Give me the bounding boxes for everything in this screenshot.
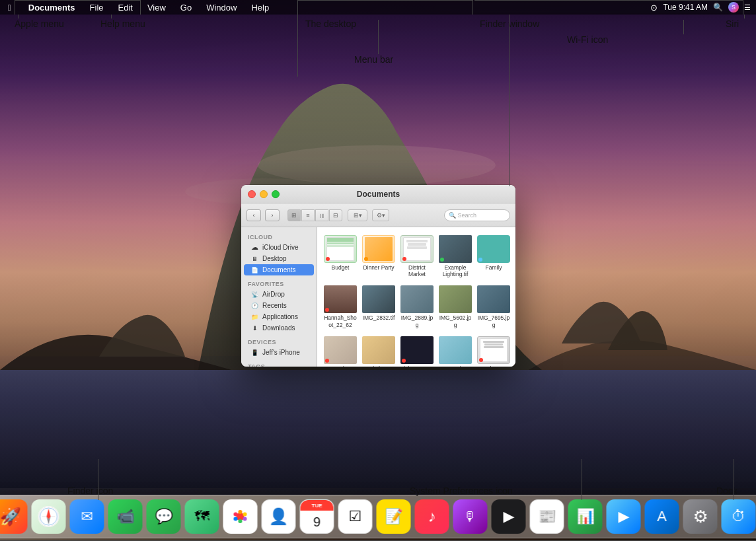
sidebar-item-icloud-drive[interactable]: ☁ iCloud Drive [244, 242, 314, 253]
menu-view[interactable]: View [145, 2, 169, 13]
list-view-button[interactable]: ≡ [301, 209, 315, 221]
menu-window[interactable]: Window [204, 2, 239, 13]
file-item-img5602[interactable]: IMG_5602.jpg [437, 283, 473, 330]
action-button[interactable]: ⚙▾ [372, 209, 389, 221]
file-item-budget[interactable]: Budget [322, 233, 358, 280]
file-item-example-lighting[interactable]: Example Lighting.tif [437, 233, 473, 280]
iphone-icon: 📱 [250, 348, 259, 357]
finder-sidebar: iCloud ☁ iCloud Drive 🖥 Desktop 📄 Docume… [241, 227, 317, 367]
file-item-hannah[interactable]: Hannah_Shoot_22_62 [322, 283, 358, 330]
menu-edit[interactable]: Edit [116, 2, 135, 13]
dock-item-music[interactable]: ♪ [415, 499, 449, 534]
sidebar-item-applications[interactable]: 📁 Applications [244, 311, 314, 322]
icon-view-button[interactable]: ⊞ [287, 209, 301, 221]
file-item-img7695[interactable]: IMG_7695.jpg [476, 283, 511, 330]
menu-help[interactable]: Help [248, 2, 272, 13]
dock-item-photos[interactable] [223, 499, 258, 534]
desktop[interactable]:  Documents File Edit View Go Window Hel… [0, 0, 756, 541]
file-item-img2832[interactable]: IMG_2832.tif [361, 283, 397, 330]
sidebar-item-airdrop[interactable]: 📡 AirDrop [244, 289, 314, 300]
wifi-icon[interactable]: ⊙ [650, 3, 658, 13]
file-item-img7932[interactable]: IMG_7932.jpg [514, 283, 515, 330]
siri-icon[interactable]: S [728, 2, 739, 13]
forward-button[interactable]: › [265, 209, 280, 221]
dock-item-calendar[interactable]: TUE 9 [300, 499, 334, 534]
dock-item-launchpad[interactable]: 🚀 [0, 499, 28, 534]
svg-point-21 [234, 513, 238, 517]
applications-label: Applications [262, 313, 298, 320]
dock-item-keynote[interactable]: ▶ [607, 499, 641, 534]
search-box[interactable]: 🔍 Search [444, 209, 510, 221]
dock-item-safari[interactable] [32, 499, 66, 534]
recents-label: Recents [262, 302, 287, 309]
dock-item-mail[interactable]: ✉ [70, 499, 104, 534]
svg-point-2 [258, 145, 496, 185]
dock-item-contacts[interactable]: 👤 [262, 499, 296, 534]
file-name-img2832: IMG_2832.tif [363, 314, 395, 321]
spotlight-icon[interactable]: 🔍 [713, 3, 723, 12]
maximize-button[interactable] [272, 190, 280, 198]
back-button[interactable]: ‹ [246, 209, 261, 221]
dock-item-notes[interactable]: 📝 [377, 499, 411, 534]
file-name-hannah: Hannah_Shoot_22_62 [324, 314, 357, 328]
file-item-form[interactable]: Form.jpg [514, 233, 515, 280]
file-item-district-market[interactable]: District Market [399, 233, 435, 280]
recents-icon: 🕐 [250, 301, 259, 310]
file-name-shoot-schedule: Shoot Schedule.pdf [477, 365, 510, 367]
svg-point-19 [239, 510, 243, 514]
file-item-lisbon[interactable]: Lisbon_61695.mov [399, 334, 435, 367]
file-name-lisbon: Lisbon_61695.mov [400, 365, 434, 367]
dock-item-podcasts[interactable]: 🎙 [453, 499, 488, 534]
sort-button[interactable]: ⊞▾ [348, 209, 367, 221]
sidebar-item-downloads[interactable]: ⬇ Downloads [244, 322, 314, 334]
finder-menu-app[interactable]: Documents [26, 2, 78, 13]
file-item-shoot-schedule[interactable]: Shoot Schedule.pdf [476, 334, 511, 367]
file-name-scenic: Scenic Pacific Trails [439, 365, 472, 367]
svg-point-23 [234, 517, 238, 521]
svg-point-24 [243, 517, 247, 521]
airdrop-label: AirDrop [262, 291, 285, 298]
finder-content: Budget Dinner Party [317, 227, 515, 367]
file-item-kitchen[interactable]: Kitchen stories [361, 334, 397, 367]
view-buttons: ⊞ ≡ ⫼ ⊟ [287, 209, 342, 221]
file-name-interior: Interior layout [324, 365, 357, 367]
iphone-label: Jeff's iPhone [262, 349, 300, 356]
desktop-icon: 🖥 [250, 254, 259, 263]
finder-window: Documents ‹ › ⊞ ≡ ⫼ ⊟ ⊞▾ ⚙▾ 🔍 Search iCl… [241, 185, 515, 367]
dock-item-system-preferences[interactable]: ⚙ [683, 499, 718, 534]
file-item-dinner-party[interactable]: Dinner Party [361, 233, 397, 280]
dock-item-facetime[interactable]: 📹 [108, 499, 143, 534]
control-center-icon[interactable]: ☰ [744, 3, 751, 12]
menubar:  Documents File Edit View Go Window Hel… [0, 0, 756, 15]
file-item-scenic[interactable]: Scenic Pacific Trails [437, 334, 473, 367]
dock-item-appstore[interactable]: A [645, 499, 679, 534]
dock-item-reminders[interactable]: ☑ [338, 499, 373, 534]
dock-item-screen-time[interactable]: ⏱ [722, 499, 756, 534]
sidebar-item-documents[interactable]: 📄 Documents [244, 264, 314, 275]
file-item-street-food[interactable]: Street Food in Bangkok [514, 334, 515, 367]
file-item-img2889[interactable]: IMG_2889.jpg [399, 283, 435, 330]
downloads-label: Downloads [262, 324, 295, 332]
dock-item-numbers[interactable]: 📊 [568, 499, 603, 534]
applications-icon: 📁 [250, 312, 259, 321]
menu-go[interactable]: Go [178, 2, 194, 13]
minimize-button[interactable] [260, 190, 268, 198]
file-item-family[interactable]: Family [476, 233, 511, 280]
sidebar-item-recents[interactable]: 🕐 Recents [244, 300, 314, 311]
gallery-view-button[interactable]: ⊟ [329, 209, 342, 221]
dock-item-appletv[interactable]: ▶ [492, 499, 526, 534]
svg-rect-1 [0, 370, 756, 495]
close-button[interactable] [248, 190, 256, 198]
apple-menu[interactable]:  [5, 2, 14, 13]
file-name-district-market: District Market [400, 264, 434, 277]
svg-point-20 [239, 519, 243, 523]
dock-item-maps[interactable]: 🗺 [185, 499, 219, 534]
dock-item-messages[interactable]: 💬 [147, 499, 181, 534]
menu-file[interactable]: File [87, 2, 106, 13]
dock-item-news[interactable]: 📰 [530, 499, 564, 534]
file-name-img5602: IMG_5602.jpg [439, 314, 472, 328]
column-view-button[interactable]: ⫼ [315, 209, 328, 221]
sidebar-item-desktop[interactable]: 🖥 Desktop [244, 253, 314, 264]
sidebar-item-iphone[interactable]: 📱 Jeff's iPhone [244, 347, 314, 358]
file-item-interior[interactable]: Interior layout [322, 334, 358, 367]
